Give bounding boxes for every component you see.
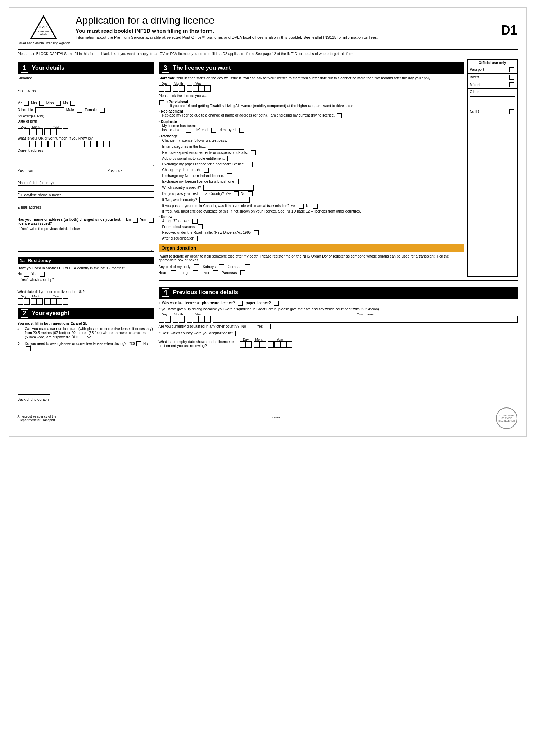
expiry-year-box3[interactable] — [280, 341, 286, 348]
destroyed-checkbox[interactable] — [239, 128, 244, 133]
categories-input[interactable] — [208, 144, 244, 150]
eyesight-a-yes-checkbox[interactable] — [80, 335, 85, 340]
expiry-day-box2[interactable] — [246, 341, 252, 348]
female-checkbox[interactable] — [100, 108, 105, 113]
disq-country-input[interactable] — [235, 331, 278, 336]
res-year-box3[interactable] — [56, 298, 62, 305]
start-month-box1[interactable] — [173, 85, 178, 92]
mcert-checkbox[interactable] — [509, 82, 514, 87]
uk-num-box13[interactable] — [91, 141, 97, 147]
dob-day-box1[interactable] — [18, 128, 23, 135]
address-input[interactable] — [18, 153, 154, 167]
uk-num-box4[interactable] — [36, 141, 42, 147]
after-disq-checkbox[interactable] — [197, 236, 202, 241]
dob-day-box2[interactable] — [24, 128, 30, 135]
uk-num-box8[interactable] — [60, 141, 66, 147]
replacement-checkbox[interactable] — [337, 113, 342, 118]
uk-num-box3[interactable] — [30, 141, 36, 147]
any-part-checkbox[interactable] — [194, 264, 199, 269]
mrs-checkbox[interactable] — [39, 101, 44, 106]
name-change-yes-checkbox[interactable] — [149, 218, 154, 223]
res-day-box1[interactable] — [18, 298, 23, 305]
canada-yes-checkbox[interactable] — [299, 204, 304, 209]
passport-checkbox[interactable] — [509, 67, 514, 72]
pancreas-checkbox[interactable] — [240, 270, 245, 275]
uk-num-box16[interactable] — [109, 141, 115, 147]
expiry-year-box4[interactable] — [286, 341, 292, 348]
exchange-paper-checkbox[interactable] — [248, 162, 253, 167]
bcert-checkbox[interactable] — [509, 75, 514, 80]
dob-year-box1[interactable] — [44, 128, 50, 135]
revoked-checkbox[interactable] — [254, 230, 259, 235]
change-photo-checkbox[interactable] — [204, 168, 209, 173]
uk-num-box11[interactable] — [79, 141, 85, 147]
residency-country-input[interactable] — [18, 282, 154, 288]
uk-num-box6[interactable] — [48, 141, 54, 147]
s4-year-box2[interactable] — [193, 316, 199, 323]
which-country-input[interactable] — [203, 185, 254, 191]
dob-year-box2[interactable] — [50, 128, 56, 135]
dob-year-box3[interactable] — [56, 128, 62, 135]
res-year-box4[interactable] — [63, 298, 68, 305]
uk-num-box14[interactable] — [97, 141, 103, 147]
change-test-pass-checkbox[interactable] — [230, 138, 235, 143]
expiry-day-box1[interactable] — [240, 341, 246, 348]
disq-no-checkbox[interactable] — [249, 324, 254, 329]
uk-num-box2[interactable] — [24, 141, 30, 147]
email-input[interactable] — [18, 210, 154, 216]
eyesight-b-yes-checkbox[interactable] — [136, 341, 141, 346]
remove-endorsements-checkbox[interactable] — [251, 150, 256, 155]
pass-yes-checkbox[interactable] — [234, 191, 239, 196]
start-year-box3[interactable] — [199, 85, 205, 92]
uk-num-box10[interactable] — [73, 141, 78, 147]
provisional-checkbox[interactable] — [159, 100, 164, 105]
mr-checkbox[interactable] — [24, 101, 29, 106]
lost-stolen-checkbox[interactable] — [186, 128, 191, 133]
dob-year-box4[interactable] — [63, 128, 68, 135]
dob-month-box2[interactable] — [37, 128, 43, 135]
s4-day-box2[interactable] — [165, 316, 171, 323]
defaced-checkbox[interactable] — [211, 128, 216, 133]
uk-num-box7[interactable] — [54, 141, 60, 147]
surname-input[interactable] — [18, 81, 154, 87]
if-no-country-input[interactable] — [199, 197, 250, 203]
uk-num-box1[interactable] — [18, 141, 23, 147]
photocard-checkbox[interactable] — [238, 301, 243, 306]
res-month-box1[interactable] — [31, 298, 37, 305]
expiry-month-box1[interactable] — [254, 341, 260, 348]
uk-num-box9[interactable] — [67, 141, 72, 147]
court-name-input[interactable] — [213, 316, 518, 323]
uk-num-box5[interactable] — [42, 141, 48, 147]
heart-checkbox[interactable] — [171, 270, 176, 275]
s4-year-box3[interactable] — [199, 316, 205, 323]
kidneys-checkbox[interactable] — [219, 264, 224, 269]
start-month-box2[interactable] — [179, 85, 185, 92]
expiry-month-box2[interactable] — [260, 341, 266, 348]
expiry-year-box2[interactable] — [274, 341, 280, 348]
exchange-ni-checkbox[interactable] — [227, 173, 232, 178]
lungs-checkbox[interactable] — [193, 270, 198, 275]
phone-input[interactable] — [18, 197, 154, 204]
residency-yes-checkbox[interactable] — [40, 272, 45, 277]
res-year-box2[interactable] — [50, 298, 56, 305]
paper-checkbox[interactable] — [274, 301, 279, 306]
eyesight-a-no-checkbox[interactable] — [93, 335, 98, 340]
other-box[interactable] — [470, 96, 515, 107]
birth-country-input[interactable] — [18, 185, 154, 192]
residency-no-checkbox[interactable] — [24, 272, 29, 277]
res-year-box1[interactable] — [44, 298, 50, 305]
age70-checkbox[interactable] — [192, 219, 198, 224]
medical-checkbox[interactable] — [198, 224, 203, 229]
uk-num-box15[interactable] — [103, 141, 109, 147]
prev-details-input[interactable] — [18, 232, 154, 252]
add-motorcycle-checkbox[interactable] — [227, 156, 232, 161]
other-title-input[interactable] — [35, 107, 64, 113]
res-day-box2[interactable] — [24, 298, 30, 305]
start-day-box1[interactable] — [159, 85, 164, 92]
start-year-box2[interactable] — [193, 85, 199, 92]
start-year-box4[interactable] — [205, 85, 211, 92]
s4-month-box2[interactable] — [179, 316, 185, 323]
start-year-box1[interactable] — [187, 85, 192, 92]
s4-year-box4[interactable] — [205, 316, 211, 323]
first-names-input[interactable] — [18, 93, 154, 99]
